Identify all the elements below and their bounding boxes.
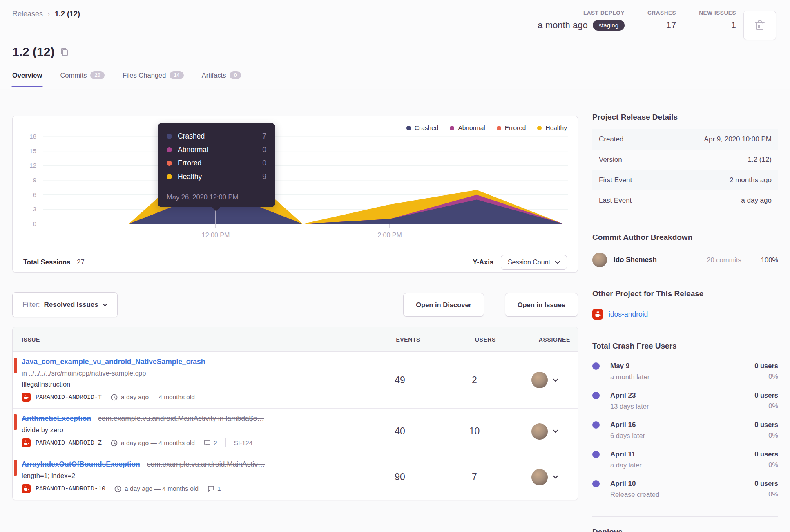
- y-axis-select[interactable]: Session Count: [501, 255, 567, 270]
- detail-value: 2 months ago: [730, 176, 772, 184]
- open-in-discover-button[interactable]: Open in Discover: [403, 293, 484, 317]
- timeline-entry: May 9 a month later 0 users 0%: [592, 362, 778, 381]
- total-sessions-label: Total Sessions: [23, 258, 70, 266]
- tooltip-row-crashed: Crashed 7: [167, 130, 266, 143]
- detail-label: Version: [599, 156, 622, 164]
- timeline-sub: a month later: [610, 373, 649, 381]
- issues-table: ISSUE EVENTS USERS ASSIGNEE Java_com_exa…: [12, 327, 578, 500]
- issues-filter-dropdown[interactable]: Filter: Resolved Issues: [12, 292, 118, 317]
- filter-label: Filter:: [22, 301, 40, 309]
- tooltip-date: May 26, 2020 12:00 PM: [167, 188, 266, 207]
- issue-title-link[interactable]: ArithmeticException: [22, 414, 91, 422]
- timeline-dot-icon: [592, 392, 600, 399]
- tooltip-crashed-dot-icon: [167, 134, 172, 139]
- issue-events-count: 40: [363, 426, 437, 437]
- assignee-avatar: [531, 469, 548, 485]
- tab-overview[interactable]: Overview: [12, 71, 42, 87]
- delete-release-button[interactable]: [743, 11, 776, 40]
- chart-legend: Crashed Abnormal Errored Healthy: [406, 124, 567, 132]
- assignee-selector[interactable]: [512, 372, 578, 388]
- project-badge-icon: [22, 438, 31, 447]
- release-details-table: Created Apr 9, 2020 10:00 PM Version 1.2…: [592, 129, 778, 211]
- issue-title-link[interactable]: Java_com_example_vu_android_NativeSample…: [22, 358, 205, 366]
- timeline-users: 0 users: [754, 480, 778, 487]
- tab-overview-label: Overview: [12, 72, 42, 79]
- issue-users-count: 2: [437, 375, 512, 386]
- timeline-percent: 0%: [754, 490, 778, 498]
- tooltip-healthy-dot-icon: [167, 174, 172, 179]
- assignee-selector[interactable]: [512, 423, 578, 440]
- stat-last-deploy: LAST DEPLOY a month ago staging: [538, 10, 625, 31]
- issue-age: a day ago — 4 months old: [125, 485, 199, 492]
- other-project-row: idos-android: [592, 309, 778, 320]
- issues-table-header: ISSUE EVENTS USERS ASSIGNEE: [13, 327, 578, 352]
- tooltip-row-abnormal: Abnormal 0: [167, 143, 266, 156]
- tab-files-changed[interactable]: Files Changed 14: [123, 71, 184, 87]
- coffee-cup-icon: [594, 311, 601, 318]
- commit-author-breakdown-title: Commit Author Breakdown: [592, 233, 778, 242]
- page-title: 1.2 (12): [12, 45, 54, 59]
- stat-crashes: CRASHES 17: [647, 10, 676, 31]
- x-tick-label: 12:00 PM: [193, 232, 238, 239]
- chevron-down-icon: [553, 429, 558, 433]
- project-badge-icon: [22, 393, 31, 402]
- timeline-sub: 6 days later: [610, 432, 645, 440]
- legend-item-healthy[interactable]: Healthy: [537, 124, 567, 132]
- stat-new-issues: NEW ISSUES 1: [699, 10, 736, 31]
- column-events: EVENTS: [363, 336, 437, 343]
- commit-author-row: Ido Shemesh 20 commits 100%: [592, 253, 778, 267]
- tooltip-crashed-value: 7: [262, 132, 266, 141]
- open-in-issues-button[interactable]: Open in Issues: [505, 293, 578, 317]
- project-slug: PARANOID-ANDROID-T: [36, 394, 102, 401]
- timeline-dot-icon: [592, 451, 600, 458]
- legend-item-crashed[interactable]: Crashed: [406, 124, 439, 132]
- new-issues-value: 1: [731, 20, 736, 31]
- legend-item-errored[interactable]: Errored: [497, 124, 526, 132]
- coffee-cup-icon: [23, 394, 29, 400]
- timeline-sub: a day later: [610, 461, 642, 469]
- breadcrumb-releases-link[interactable]: Releases: [12, 10, 43, 18]
- column-users: USERS: [437, 336, 512, 343]
- other-project-title: Other Project for This Release: [592, 289, 778, 298]
- detail-label: First Event: [599, 176, 632, 184]
- tab-artifacts-badge: 0: [230, 71, 241, 79]
- chevron-down-icon: [103, 303, 107, 306]
- issue-events-count: 49: [363, 375, 437, 386]
- chevron-down-icon: [555, 261, 560, 264]
- crash-free-users-title: Total Crash Free Users: [592, 342, 778, 351]
- timeline-date: April 11: [610, 450, 642, 458]
- issue-short-id: SI-124: [234, 439, 253, 447]
- crashes-value: 17: [666, 20, 676, 31]
- y-tick-label: 9: [20, 177, 36, 183]
- y-tick-label: 6: [20, 191, 36, 198]
- sessions-chart-card: 0369121518 12:00 PM2:00 PM Crashed Abnor…: [12, 116, 578, 273]
- other-project-link[interactable]: idos-android: [609, 310, 648, 319]
- issue-row: Java_com_example_vu_android_NativeSample…: [13, 352, 578, 409]
- tooltip-healthy-value: 9: [262, 172, 266, 181]
- timeline-entry: April 16 6 days later 0 users 0%: [592, 421, 778, 440]
- tab-files-changed-label: Files Changed: [123, 72, 166, 79]
- trash-icon: [754, 20, 765, 31]
- comments-count: 1: [217, 485, 221, 492]
- assignee-selector[interactable]: [512, 469, 578, 485]
- timeline-entry: April 23 13 days later 0 users 0%: [592, 391, 778, 410]
- copy-icon: [60, 47, 69, 56]
- legend-abnormal-dot-icon: [450, 126, 454, 130]
- tab-commits[interactable]: Commits 20: [60, 71, 105, 87]
- legend-item-abnormal[interactable]: Abnormal: [450, 124, 485, 132]
- timeline-percent: 0%: [754, 373, 778, 380]
- meta-divider: [225, 438, 226, 447]
- project-slug: PARANOID-ANDROID-Z: [36, 440, 102, 447]
- tooltip-abnormal-dot-icon: [167, 147, 172, 152]
- timeline-date: April 16: [610, 421, 645, 429]
- legend-healthy-dot-icon: [537, 126, 542, 130]
- tab-artifacts[interactable]: Artifacts 0: [202, 71, 241, 87]
- page-header: Releases › 1.2 (12) LAST DEPLOY a month …: [0, 0, 790, 89]
- timeline-users: 0 users: [754, 362, 778, 370]
- tab-files-changed-badge: 14: [170, 71, 183, 79]
- author-commit-count: 20 commits: [707, 256, 741, 264]
- timeline-sub: Release created: [610, 491, 659, 498]
- issue-title-link[interactable]: ArrayIndexOutOfBoundsException: [22, 460, 140, 468]
- copy-version-button[interactable]: [60, 47, 69, 56]
- tab-commits-label: Commits: [60, 72, 87, 79]
